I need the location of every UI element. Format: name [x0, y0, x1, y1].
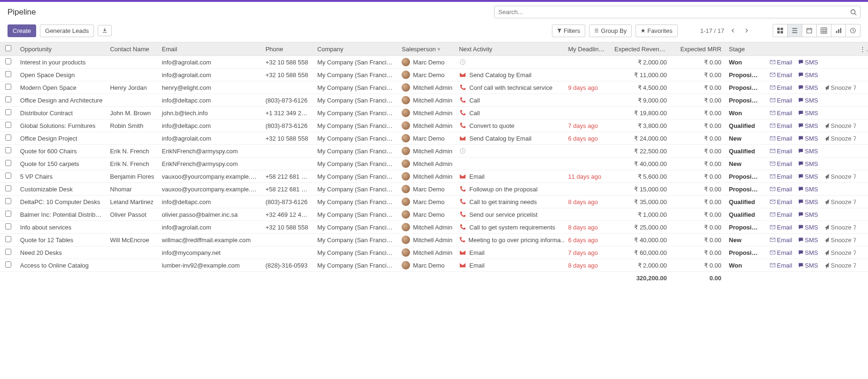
- create-button[interactable]: Create: [8, 24, 36, 37]
- col-contact[interactable]: Contact Name: [106, 42, 158, 56]
- col-options[interactable]: ⋮: [856, 42, 868, 56]
- cell-activity[interactable]: Email: [459, 173, 560, 180]
- table-row[interactable]: DeltaPC: 10 Computer Desks Leland Martin…: [0, 196, 868, 208]
- table-row[interactable]: 5 VP Chairs Benjamin Flores vauxoo@yourc…: [0, 170, 868, 183]
- cell-activity[interactable]: Call to get system requirements: [459, 224, 560, 231]
- view-list[interactable]: [787, 24, 802, 37]
- sms-link[interactable]: SMS: [798, 110, 818, 117]
- col-phone[interactable]: Phone: [262, 42, 313, 56]
- row-checkbox[interactable]: [5, 236, 11, 242]
- cell-activity[interactable]: [459, 59, 560, 65]
- sms-link[interactable]: SMS: [798, 173, 818, 180]
- sms-link[interactable]: SMS: [798, 135, 818, 142]
- sms-link[interactable]: SMS: [798, 249, 818, 256]
- row-checkbox[interactable]: [5, 134, 11, 141]
- sms-link[interactable]: SMS: [798, 186, 818, 193]
- snooze-link[interactable]: Snooze 7d: [824, 122, 856, 129]
- snooze-link[interactable]: Snooze 7d: [824, 198, 856, 205]
- filters-button[interactable]: Filters: [552, 24, 585, 37]
- cell-activity[interactable]: Email: [459, 249, 560, 256]
- sms-link[interactable]: SMS: [798, 237, 818, 244]
- snooze-link[interactable]: Snooze 7d: [824, 237, 856, 244]
- sms-link[interactable]: SMS: [798, 122, 818, 129]
- email-link[interactable]: Email: [770, 198, 792, 205]
- row-checkbox[interactable]: [5, 211, 11, 217]
- sms-link[interactable]: SMS: [798, 97, 818, 104]
- table-row[interactable]: Access to Online Catalog lumber-inv92@ex…: [0, 259, 868, 272]
- snooze-link[interactable]: Snooze 7d: [824, 262, 856, 269]
- email-link[interactable]: Email: [770, 186, 792, 193]
- col-company[interactable]: Company: [313, 42, 398, 56]
- select-all-checkbox[interactable]: [5, 45, 11, 51]
- view-activity[interactable]: [845, 24, 860, 37]
- row-checkbox[interactable]: [5, 223, 11, 229]
- row-checkbox[interactable]: [5, 198, 11, 204]
- row-checkbox[interactable]: [5, 249, 11, 255]
- email-link[interactable]: Email: [770, 84, 792, 91]
- sms-link[interactable]: SMS: [798, 84, 818, 91]
- favorites-button[interactable]: Favorites: [636, 24, 677, 37]
- email-link[interactable]: Email: [770, 97, 792, 104]
- sms-link[interactable]: SMS: [798, 71, 818, 79]
- pager-prev[interactable]: [729, 28, 737, 33]
- email-link[interactable]: Email: [770, 224, 792, 231]
- row-checkbox[interactable]: [5, 96, 11, 103]
- row-checkbox[interactable]: [5, 122, 11, 128]
- col-salesperson[interactable]: Salesperson ▾: [398, 42, 455, 56]
- table-row[interactable]: Need 20 Desks info@mycompany.net My Comp…: [0, 246, 868, 259]
- col-deadline[interactable]: My Deadline…: [564, 42, 611, 56]
- cell-activity[interactable]: Send Catalog by Email: [459, 135, 560, 142]
- email-link[interactable]: Email: [770, 71, 792, 79]
- row-checkbox[interactable]: [5, 173, 11, 179]
- email-link[interactable]: Email: [770, 249, 792, 256]
- row-checkbox[interactable]: [5, 84, 11, 90]
- row-checkbox[interactable]: [5, 160, 11, 166]
- sms-link[interactable]: SMS: [798, 160, 818, 167]
- snooze-link[interactable]: Snooze 7d: [824, 173, 856, 180]
- table-row[interactable]: Customizable Desk Nhomar vauxoo@yourcomp…: [0, 183, 868, 196]
- sms-link[interactable]: SMS: [798, 262, 818, 269]
- view-calendar[interactable]: [802, 24, 817, 37]
- table-row[interactable]: Modern Open Space Henry Jordan henry@eli…: [0, 81, 868, 94]
- sms-link[interactable]: SMS: [798, 198, 818, 205]
- table-row[interactable]: Open Space Design info@agrolait.com +32 …: [0, 69, 868, 81]
- table-row[interactable]: Interest in your products info@agrolait.…: [0, 56, 868, 69]
- import-button[interactable]: [98, 25, 112, 36]
- table-row[interactable]: Office Design and Architecture info@delt…: [0, 94, 868, 107]
- table-row[interactable]: Quote for 150 carpets Erik N. French Eri…: [0, 158, 868, 170]
- col-revenue[interactable]: Expected Revenue…: [611, 42, 671, 56]
- sms-link[interactable]: SMS: [798, 148, 818, 155]
- email-link[interactable]: Email: [770, 110, 792, 117]
- email-link[interactable]: Email: [770, 262, 792, 269]
- group-by-button[interactable]: Group By: [589, 24, 632, 37]
- view-graph[interactable]: [831, 24, 846, 37]
- search-input[interactable]: [494, 6, 860, 18]
- email-link[interactable]: Email: [770, 237, 792, 244]
- cell-activity[interactable]: Email: [459, 262, 560, 269]
- search-icon[interactable]: [850, 9, 857, 16]
- row-checkbox[interactable]: [5, 147, 11, 153]
- row-checkbox[interactable]: [5, 185, 11, 191]
- pager-next[interactable]: [742, 28, 751, 33]
- col-email[interactable]: Email: [158, 42, 262, 56]
- email-link[interactable]: Email: [770, 211, 792, 218]
- snooze-link[interactable]: Snooze 7d: [824, 249, 856, 256]
- sms-link[interactable]: SMS: [798, 224, 818, 231]
- email-link[interactable]: Email: [770, 135, 792, 142]
- cell-activity[interactable]: Conf call with technical service: [459, 84, 560, 91]
- cell-activity[interactable]: [459, 148, 560, 154]
- view-kanban[interactable]: [773, 24, 788, 37]
- row-checkbox[interactable]: [5, 109, 11, 115]
- sms-link[interactable]: SMS: [798, 59, 818, 66]
- col-stage[interactable]: Stage: [725, 42, 763, 56]
- cell-activity[interactable]: Call: [459, 97, 560, 104]
- email-link[interactable]: Email: [770, 122, 792, 129]
- table-row[interactable]: Quote for 12 Tables Will McEncroe willma…: [0, 234, 868, 246]
- email-link[interactable]: Email: [770, 148, 792, 155]
- table-row[interactable]: Global Solutions: Furnitures Robin Smith…: [0, 119, 868, 132]
- cell-activity[interactable]: Followup on the proposal: [459, 186, 560, 193]
- email-link[interactable]: Email: [770, 59, 792, 66]
- view-pivot[interactable]: [816, 24, 831, 37]
- cell-activity[interactable]: Meeting to go over pricing informa…: [459, 237, 560, 244]
- col-activity[interactable]: Next Activity: [455, 42, 564, 56]
